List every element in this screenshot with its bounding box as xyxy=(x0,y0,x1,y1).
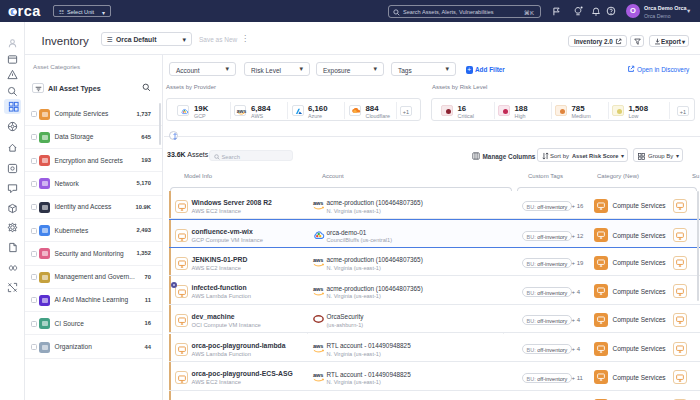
svg-text:aws: aws xyxy=(312,343,323,349)
svg-text:aws: aws xyxy=(312,286,323,292)
svg-text:aws: aws xyxy=(312,258,323,264)
svg-text:aws: aws xyxy=(312,372,323,378)
svg-text:aws: aws xyxy=(312,200,323,206)
